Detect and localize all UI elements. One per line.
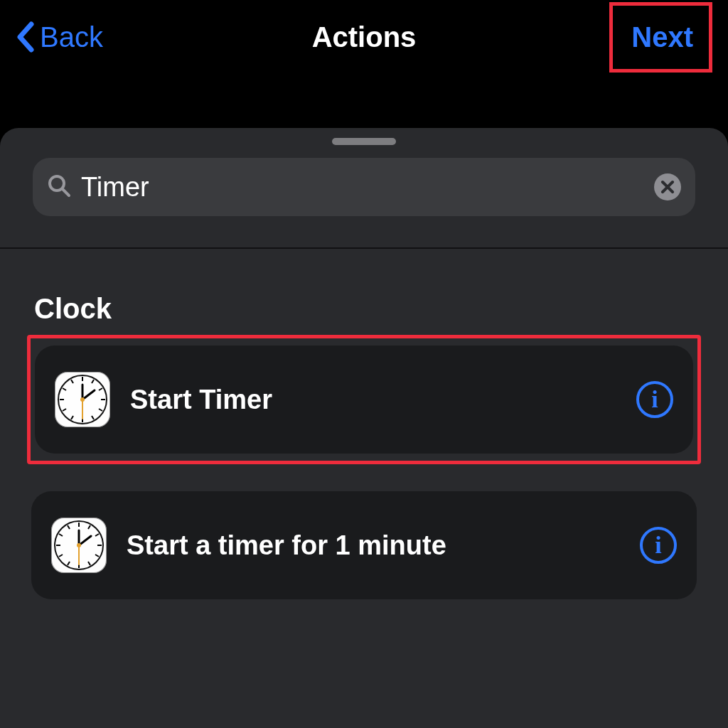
sheet-grabber[interactable]: [332, 138, 396, 145]
svg-point-20: [80, 397, 85, 402]
action-label: Start a timer for 1 minute: [127, 530, 640, 561]
clock-app-icon: [55, 372, 110, 427]
next-button[interactable]: Next: [623, 18, 702, 56]
back-label: Back: [40, 21, 103, 53]
info-icon: i: [655, 532, 661, 559]
svg-point-37: [77, 543, 81, 547]
chevron-left-icon: [16, 21, 36, 53]
action-label: Start Timer: [130, 385, 636, 415]
highlight-next: Next: [609, 2, 712, 73]
results-section: Clock: [0, 293, 728, 599]
search-icon: [47, 173, 71, 200]
info-button[interactable]: i: [640, 527, 677, 564]
back-button[interactable]: Back: [16, 21, 103, 53]
actions-sheet: Clock: [0, 128, 728, 728]
section-title-clock: Clock: [34, 293, 697, 325]
search-field[interactable]: [33, 158, 695, 216]
action-start-timer[interactable]: Start Timer i: [35, 346, 693, 454]
separator: [0, 247, 728, 249]
info-icon: i: [651, 386, 658, 413]
screen: Back Actions Next: [0, 0, 728, 728]
action-start-timer-1-minute[interactable]: Start a timer for 1 minute i: [31, 491, 697, 599]
svg-line-1: [63, 189, 69, 196]
search-input[interactable]: [81, 172, 654, 203]
clear-search-button[interactable]: [654, 173, 681, 200]
nav-bar: Back Actions Next: [0, 0, 728, 74]
clock-app-icon: [51, 518, 107, 573]
info-button[interactable]: i: [636, 381, 673, 418]
close-icon: [660, 180, 675, 194]
highlight-start-timer: Start Timer i: [27, 335, 701, 464]
